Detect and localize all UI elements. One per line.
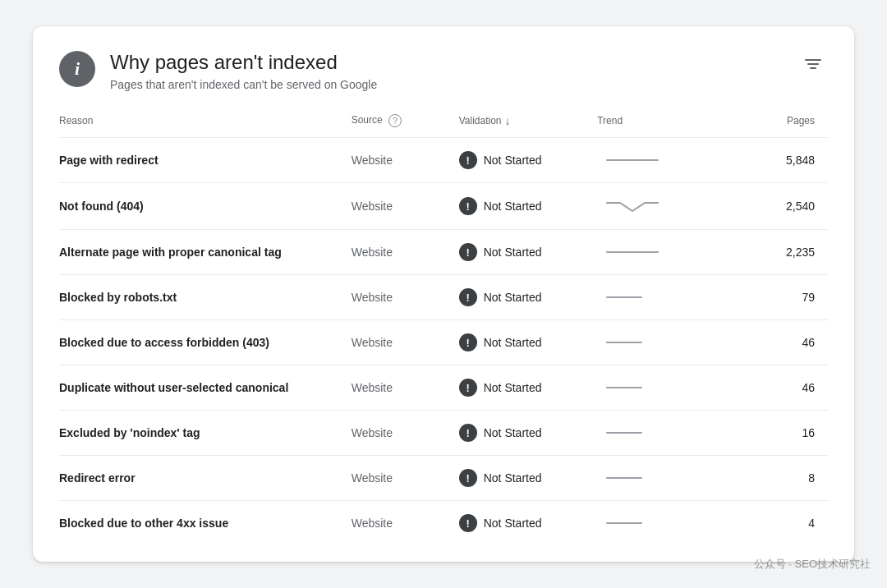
reason-cell: Redirect error — [59, 456, 352, 501]
table-row: Blocked by robots.txt Website ! Not Star… — [59, 275, 828, 320]
table-row: Blocked due to other 4xx issue Website !… — [59, 501, 828, 546]
pages-cell: 4 — [736, 501, 828, 546]
pages-cell: 16 — [736, 411, 828, 456]
trend-cell — [597, 275, 735, 320]
source-help-icon[interactable]: ? — [388, 114, 402, 127]
trend-cell — [597, 320, 735, 365]
validation-status-icon: ! — [459, 151, 477, 169]
trend-cell — [597, 138, 735, 183]
trend-cell — [597, 501, 735, 546]
card-header: i Why pages aren't indexed Pages that ar… — [33, 26, 854, 104]
source-cell: Website — [352, 320, 459, 365]
reason-cell: Page with redirect — [59, 138, 352, 183]
trend-cell — [597, 365, 735, 411]
header-left: i Why pages aren't indexed Pages that ar… — [59, 49, 377, 91]
table-row: Redirect error Website ! Not Started 8 — [59, 456, 828, 501]
trend-cell — [597, 230, 735, 275]
col-trend: Trend — [597, 104, 735, 138]
pages-cell: 46 — [736, 365, 828, 411]
header-text: Why pages aren't indexed Pages that aren… — [110, 49, 377, 91]
page-subtitle: Pages that aren't indexed can't be serve… — [110, 78, 377, 91]
source-cell: Website — [352, 411, 459, 456]
reason-cell: Duplicate without user-selected canonica… — [59, 365, 352, 411]
table-row: Excluded by 'noindex' tag Website ! Not … — [59, 411, 828, 456]
reason-cell: Alternate page with proper canonical tag — [59, 230, 352, 275]
info-icon: i — [59, 51, 95, 87]
validation-status-label: Not Started — [484, 471, 542, 485]
validation-status-icon: ! — [459, 333, 477, 351]
validation-cell[interactable]: ! Not Started — [459, 183, 597, 230]
table-row: Duplicate without user-selected canonica… — [59, 365, 828, 411]
filter-line-3 — [810, 67, 816, 69]
source-cell: Website — [352, 138, 459, 183]
table-container: Reason Source ? Validation ↓ Trend — [33, 104, 854, 562]
reason-cell: Blocked due to access forbidden (403) — [59, 320, 352, 365]
filter-line-1 — [805, 59, 821, 61]
reason-cell: Blocked due to other 4xx issue — [59, 501, 352, 546]
validation-status-label: Not Started — [484, 154, 542, 167]
col-source: Source ? — [352, 104, 459, 138]
validation-cell[interactable]: ! Not Started — [459, 138, 597, 183]
source-cell: Website — [352, 456, 459, 501]
filter-button[interactable] — [798, 53, 828, 76]
validation-status-icon: ! — [459, 469, 477, 487]
validation-cell[interactable]: ! Not Started — [459, 320, 597, 365]
table-row: Alternate page with proper canonical tag… — [59, 230, 828, 275]
trend-cell — [597, 456, 735, 501]
validation-status-label: Not Started — [484, 291, 542, 304]
validation-status-icon: ! — [459, 514, 477, 532]
validation-status-label: Not Started — [484, 246, 542, 259]
col-validation[interactable]: Validation ↓ — [459, 104, 597, 138]
reason-cell: Excluded by 'noindex' tag — [59, 411, 352, 456]
col-reason: Reason — [59, 104, 352, 138]
validation-status-label: Not Started — [484, 517, 542, 530]
filter-line-2 — [807, 63, 819, 65]
pages-cell: 2,235 — [736, 230, 828, 275]
pages-cell: 5,848 — [736, 138, 828, 183]
index-table: Reason Source ? Validation ↓ Trend — [59, 104, 828, 545]
col-pages: Pages — [736, 104, 828, 138]
table-row: Page with redirect Website ! Not Started… — [59, 138, 828, 183]
pages-cell: 46 — [736, 320, 828, 365]
pages-cell: 79 — [736, 275, 828, 320]
trend-cell — [597, 411, 735, 456]
reason-cell: Not found (404) — [59, 183, 352, 230]
pages-cell: 2,540 — [736, 183, 828, 230]
table-row: Blocked due to access forbidden (403) We… — [59, 320, 828, 365]
source-cell: Website — [352, 230, 459, 275]
sort-icon: ↓ — [505, 114, 511, 127]
validation-cell[interactable]: ! Not Started — [459, 365, 597, 411]
source-cell: Website — [352, 275, 459, 320]
validation-status-icon: ! — [459, 379, 477, 397]
page-title: Why pages aren't indexed — [110, 49, 377, 75]
trend-cell — [597, 183, 735, 230]
validation-status-icon: ! — [459, 243, 477, 261]
validation-status-icon: ! — [459, 288, 477, 306]
validation-status-label: Not Started — [484, 381, 542, 394]
validation-cell[interactable]: ! Not Started — [459, 501, 597, 546]
validation-status-label: Not Started — [484, 336, 542, 349]
validation-status-label: Not Started — [484, 200, 542, 213]
source-cell: Website — [352, 183, 459, 230]
source-cell: Website — [352, 501, 459, 546]
validation-status-icon: ! — [459, 424, 477, 442]
reason-cell: Blocked by robots.txt — [59, 275, 352, 320]
validation-cell[interactable]: ! Not Started — [459, 230, 597, 275]
validation-status-icon: ! — [459, 197, 477, 215]
pages-cell: 8 — [736, 456, 828, 501]
info-icon-label: i — [75, 60, 80, 78]
validation-cell[interactable]: ! Not Started — [459, 456, 597, 501]
validation-status-label: Not Started — [484, 426, 542, 439]
table-row: Not found (404) Website ! Not Started 2,… — [59, 183, 828, 230]
main-card: i Why pages aren't indexed Pages that ar… — [33, 26, 854, 562]
validation-cell[interactable]: ! Not Started — [459, 411, 597, 456]
validation-cell[interactable]: ! Not Started — [459, 275, 597, 320]
source-cell: Website — [352, 365, 459, 411]
